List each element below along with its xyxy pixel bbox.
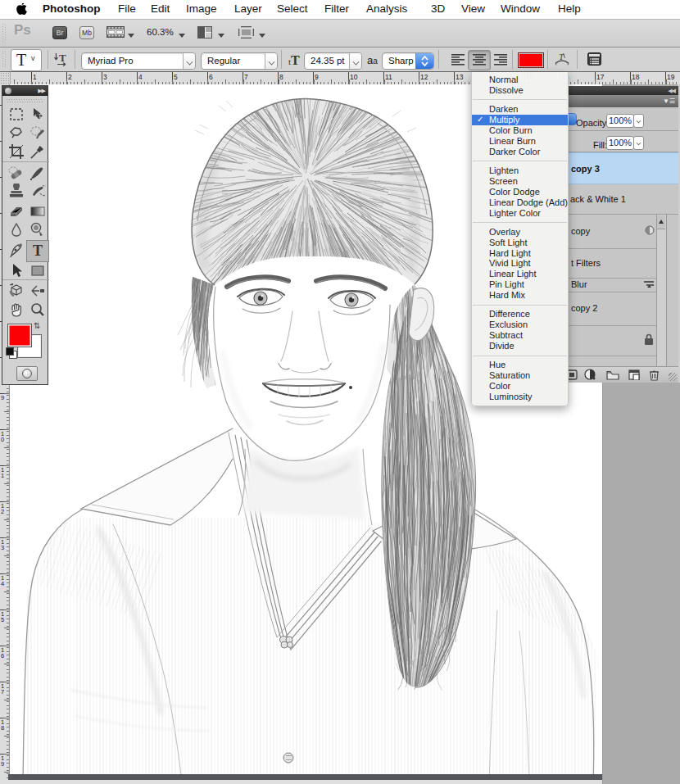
svg-text:T: T — [559, 52, 564, 61]
svg-text:T: T — [59, 52, 66, 64]
svg-text:T: T — [33, 242, 43, 259]
